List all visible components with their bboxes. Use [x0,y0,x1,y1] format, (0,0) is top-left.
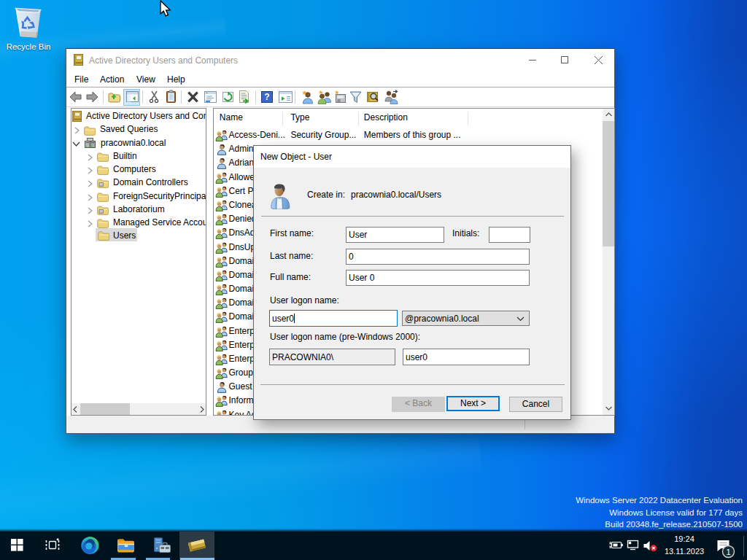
svg-text:?: ? [264,92,269,102]
svg-text:1: 1 [726,548,730,556]
